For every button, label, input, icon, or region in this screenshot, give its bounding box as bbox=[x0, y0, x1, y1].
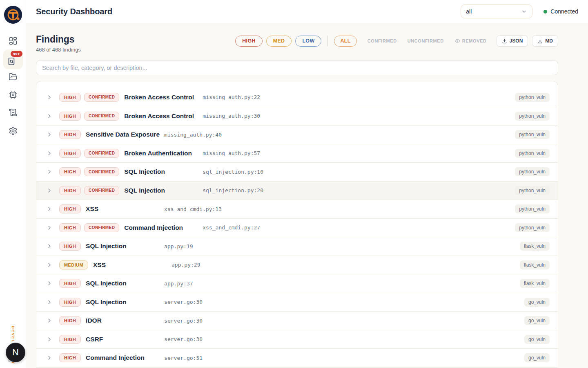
finding-location: xss_and_cmdi.py:27 bbox=[203, 224, 260, 231]
notification-badge: 99+ bbox=[11, 51, 22, 57]
cpu-icon bbox=[9, 90, 18, 99]
scan-tag: go_vuln bbox=[524, 335, 550, 344]
chevron-right-icon[interactable] bbox=[46, 355, 53, 361]
table-row[interactable]: HIGH XSS xss_and_cmdi.py:13 python_vuln bbox=[36, 200, 558, 218]
chevron-right-icon[interactable] bbox=[46, 243, 53, 249]
severity-badge: HIGH bbox=[59, 204, 81, 213]
sidebar-item-settings[interactable] bbox=[8, 126, 18, 136]
chevron-right-icon[interactable] bbox=[46, 94, 53, 101]
table-row[interactable]: HIGH CONFIRMED Broken Authentication mis… bbox=[36, 144, 558, 163]
scan-tag: python_vuln bbox=[515, 93, 550, 102]
severity-filter-button[interactable]: LOW bbox=[295, 36, 321, 47]
chevron-right-icon[interactable] bbox=[46, 262, 53, 268]
nextjs-dev-overlay-button[interactable]: N bbox=[6, 343, 25, 362]
finding-category: Command Injection bbox=[86, 354, 164, 361]
finding-category: Broken Access Control bbox=[124, 94, 203, 101]
confirmed-badge: CONFIRMED bbox=[84, 186, 119, 195]
connection-status: Connected bbox=[543, 8, 578, 15]
chevron-right-icon[interactable] bbox=[46, 206, 53, 212]
severity-badge: HIGH bbox=[59, 167, 81, 176]
table-row[interactable]: HIGH CSRF server.go:30 go_vuln bbox=[36, 330, 558, 349]
table-row[interactable]: HIGH CONFIRMED SQL Injection sql_injecti… bbox=[36, 181, 558, 200]
finding-location: server.go:30 bbox=[164, 336, 203, 342]
status-filter-button[interactable]: REMOVED bbox=[454, 38, 487, 44]
finding-location: missing_auth.py:40 bbox=[164, 132, 222, 138]
finding-category: IDOR bbox=[86, 317, 164, 324]
download-icon bbox=[502, 38, 507, 44]
finding-category: Broken Authentication bbox=[124, 150, 203, 157]
chevron-right-icon[interactable] bbox=[46, 336, 53, 343]
finding-location: server.go:30 bbox=[164, 299, 203, 305]
severity-badge: HIGH bbox=[59, 186, 81, 195]
table-row[interactable]: HIGH Command Injection server.go:51 go_v… bbox=[36, 348, 558, 367]
chevron-right-icon[interactable] bbox=[46, 113, 53, 119]
table-row[interactable]: HIGH CONFIRMED SQL Injection sql_injecti… bbox=[36, 162, 558, 181]
scope-select[interactable]: all bbox=[461, 4, 532, 18]
status-filter-label: REMOVED bbox=[462, 38, 487, 43]
scan-tag: python_vuln bbox=[515, 186, 550, 195]
sidebar-item-agents[interactable] bbox=[8, 90, 18, 100]
scan-tag: flask_vuln bbox=[520, 279, 550, 288]
sidebar-item-dashboard[interactable] bbox=[8, 36, 18, 46]
scan-tag: flask_vuln bbox=[520, 260, 550, 269]
severity-filter-button[interactable]: MED bbox=[266, 36, 292, 47]
app-title: Security Dashboard bbox=[36, 7, 112, 16]
finding-location: missing_auth.py:57 bbox=[203, 150, 260, 156]
findings-page: Findings 468 of 468 findings HIGHMEDLOW … bbox=[26, 23, 588, 368]
scroll-icon bbox=[9, 108, 18, 117]
severity-badge: HIGH bbox=[59, 298, 81, 307]
table-row[interactable]: HIGH CONFIRMED Command Injection xss_and… bbox=[36, 218, 558, 237]
severity-badge: HIGH bbox=[59, 223, 81, 232]
table-row[interactable]: HIGH CONFIRMED Broken Access Control mis… bbox=[36, 88, 558, 107]
table-row[interactable]: HIGH SQL Injection app.py:19 flask_vuln bbox=[36, 237, 558, 256]
sidebar-item-findings[interactable]: 99+ bbox=[3, 49, 23, 69]
sidebar-item-logs[interactable] bbox=[8, 108, 18, 117]
confirmed-badge: CONFIRMED bbox=[84, 112, 119, 121]
severity-badge: HIGH bbox=[59, 112, 81, 121]
severity-filter-button[interactable]: HIGH bbox=[235, 36, 262, 47]
app-logo[interactable]: ✱ bbox=[4, 5, 22, 24]
finding-location: sql_injection.py:20 bbox=[203, 187, 263, 193]
table-row[interactable]: HIGH SQL Injection server.go:30 go_vuln bbox=[36, 293, 558, 312]
finding-location: server.go:51 bbox=[164, 355, 203, 361]
table-row[interactable]: MEDIUM XSS app.py:29 flask_vuln bbox=[36, 256, 558, 274]
download-icon bbox=[537, 38, 543, 44]
eye-icon bbox=[454, 38, 460, 44]
table-row[interactable]: HIGH Sensitive Data Exposure missing_aut… bbox=[36, 125, 558, 144]
finding-location: app.py:29 bbox=[172, 262, 200, 268]
chevron-right-icon[interactable] bbox=[46, 187, 53, 194]
search-input[interactable] bbox=[36, 60, 558, 75]
chevron-right-icon[interactable] bbox=[46, 299, 53, 305]
table-row[interactable]: HIGH IDOR server.go:30 go_vuln bbox=[36, 311, 558, 330]
finding-location: app.py:19 bbox=[164, 243, 193, 249]
export-button[interactable]: MD bbox=[532, 35, 558, 47]
scan-tag: go_vuln bbox=[524, 298, 550, 307]
dashboard-icon bbox=[9, 36, 18, 45]
finding-location: sql_injection.py:10 bbox=[203, 169, 263, 175]
chevron-right-icon[interactable] bbox=[46, 150, 53, 157]
finding-location: missing_auth.py:30 bbox=[203, 113, 260, 119]
findings-list: HIGH CONFIRMED Broken Access Control mis… bbox=[36, 88, 558, 368]
settings-gear-icon bbox=[9, 126, 18, 135]
sidebar-item-files[interactable] bbox=[8, 72, 18, 82]
chevron-right-icon[interactable] bbox=[46, 317, 53, 324]
table-row[interactable]: HIGH CONFIRMED Broken Access Control mis… bbox=[36, 107, 558, 126]
severity-badge: HIGH bbox=[59, 130, 81, 139]
severity-badge: MEDIUM bbox=[59, 260, 88, 269]
export-button-label: JSON bbox=[510, 38, 523, 44]
scope-select-value: all bbox=[466, 8, 472, 15]
finding-category: SQL Injection bbox=[124, 168, 203, 175]
finding-location: missing_auth.py:22 bbox=[203, 94, 260, 100]
status-filter-button[interactable]: UNCONFIRMED bbox=[408, 38, 444, 43]
svg-text:✱: ✱ bbox=[16, 17, 19, 21]
status-filter-button[interactable]: CONFIRMED bbox=[368, 38, 397, 43]
chevron-right-icon[interactable] bbox=[46, 280, 53, 287]
chevron-right-icon[interactable] bbox=[46, 131, 53, 138]
export-button[interactable]: JSON bbox=[497, 35, 528, 47]
finding-category: SQL Injection bbox=[86, 298, 164, 306]
top-header: Security Dashboard all Connected bbox=[26, 0, 588, 23]
chevron-right-icon[interactable] bbox=[46, 168, 53, 175]
table-row[interactable]: HIGH SQL Injection app.py:37 flask_vuln bbox=[36, 274, 558, 293]
status-filter-button[interactable]: ALL bbox=[334, 36, 356, 47]
chevron-right-icon[interactable] bbox=[46, 224, 53, 231]
